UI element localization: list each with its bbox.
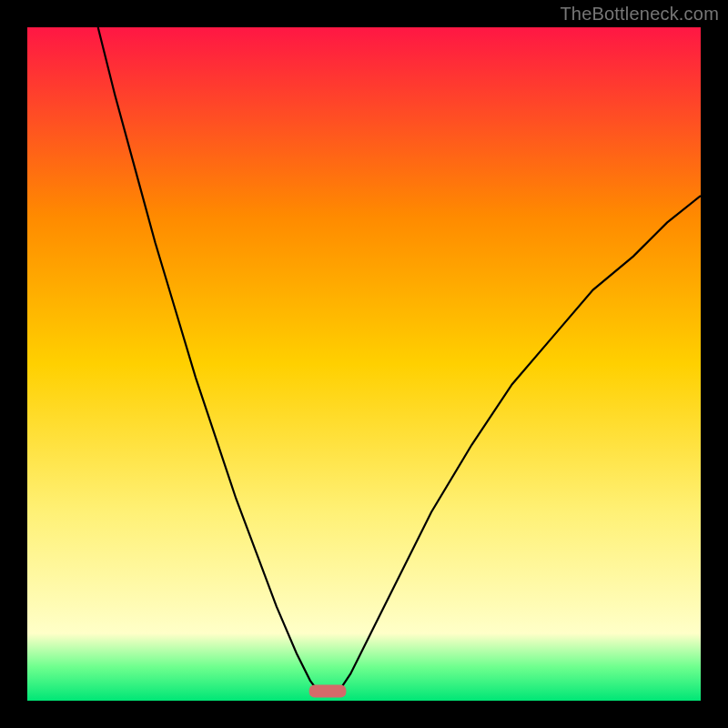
chart-frame: TheBottleneck.com — [0, 0, 728, 728]
watermark-text: TheBottleneck.com — [560, 4, 719, 25]
min-marker — [309, 685, 347, 698]
gradient-bg — [27, 27, 701, 701]
chart-svg — [27, 27, 701, 701]
chart-area — [27, 27, 701, 701]
